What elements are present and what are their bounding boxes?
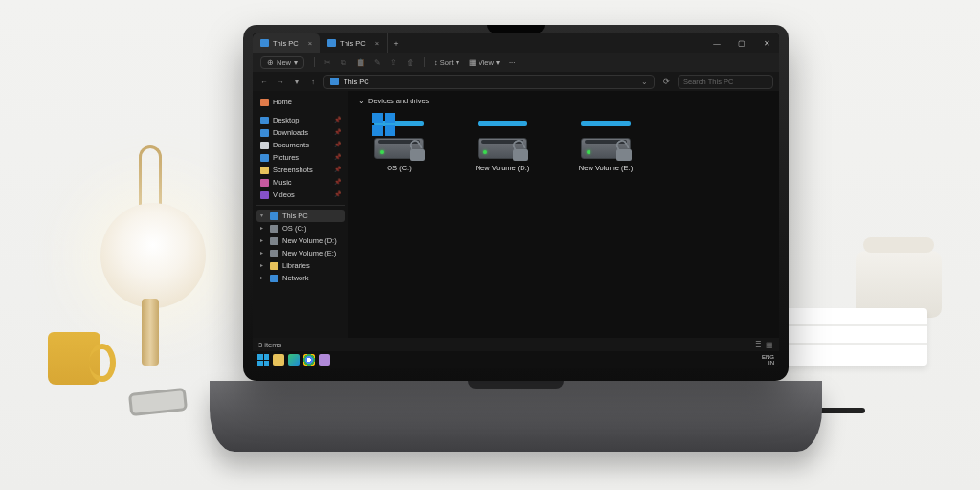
sidebar: Home Desktop📌Downloads📌Documents📌Picture… (253, 91, 348, 351)
chevron-down-icon[interactable]: ▾ (260, 212, 266, 219)
folder-icon (260, 142, 269, 149)
status-bar: 3 items ≣ ▦ (253, 338, 779, 351)
folder-icon (260, 154, 269, 162)
taskbar-app-icon[interactable] (319, 354, 330, 366)
search-input[interactable]: Search This PC (678, 75, 773, 89)
sidebar-item-drive[interactable]: ▸New Volume (E:) (256, 247, 345, 259)
more-button[interactable]: ··· (509, 58, 515, 67)
tab-label: This PC (340, 39, 366, 48)
tab-label: This PC (273, 39, 299, 48)
details-view-icon[interactable]: ≣ (755, 341, 762, 349)
unlocked-padlock-icon (613, 140, 635, 161)
start-button[interactable] (257, 354, 269, 366)
sidebar-item-documents[interactable]: Documents📌 (256, 139, 345, 151)
forward-button[interactable]: → (275, 78, 286, 86)
new-label: New (277, 58, 291, 67)
folder-icon (260, 129, 269, 137)
tab-this-pc-1[interactable]: This PC × (253, 33, 320, 53)
cut-icon[interactable]: ✂ (324, 58, 331, 67)
icons-view-icon[interactable]: ▦ (766, 341, 773, 349)
chevron-down-icon[interactable]: ⌄ (641, 78, 648, 86)
address-row: ← → ▾ ↑ This PC ⌄ ⟳ Search This PC (253, 72, 779, 91)
folder-icon (260, 167, 269, 174)
windows-logo-icon (372, 113, 395, 136)
pin-icon: 📌 (334, 179, 341, 186)
breadcrumb[interactable]: This PC ⌄ (323, 75, 655, 89)
chevron-right-icon[interactable]: ▸ (260, 275, 266, 281)
chevron-right-icon[interactable]: ▸ (260, 225, 266, 232)
chevron-down-icon: ▾ (294, 58, 298, 67)
pin-icon: 📌 (334, 191, 341, 198)
view-button[interactable]: ▦ View ▾ (469, 58, 500, 67)
pin-icon: 📌 (334, 167, 341, 173)
copy-icon[interactable]: ⧉ (341, 58, 346, 67)
pc-icon (327, 39, 336, 47)
sidebar-item-libraries[interactable]: ▸ Libraries (256, 259, 345, 272)
chevron-right-icon[interactable]: ▸ (260, 250, 266, 256)
taskbar: ENG IN (253, 351, 779, 368)
maximize-button[interactable]: ▢ (729, 39, 754, 48)
minimize-button[interactable]: — (704, 39, 729, 48)
paste-icon[interactable]: 📋 (356, 58, 365, 67)
refresh-button[interactable]: ⟳ (659, 78, 673, 86)
sidebar-item-pictures[interactable]: Pictures📌 (256, 151, 345, 164)
network-icon (270, 275, 278, 282)
sidebar-item-this-pc[interactable]: ▾ This PC (256, 210, 345, 222)
drive-icon (270, 225, 278, 233)
screen: This PC × This PC × ＋ — ▢ ✕ ⊕ (253, 33, 779, 368)
new-button[interactable]: ⊕ New ▾ (260, 56, 304, 69)
desk-lamp (86, 145, 211, 366)
chevron-right-icon[interactable]: ▸ (260, 262, 266, 269)
taskbar-chrome-icon[interactable] (303, 354, 315, 366)
folder-icon (260, 191, 269, 199)
content-pane: ⌄ Devices and drives OS (C:)New Volume (… (348, 91, 779, 351)
taskbar-edge-icon[interactable] (288, 354, 300, 366)
tab-this-pc-2[interactable]: This PC × (320, 33, 388, 53)
sidebar-item-desktop[interactable]: Desktop📌 (256, 114, 345, 126)
desk-books (774, 308, 927, 366)
drive-tile[interactable]: OS (C:) (364, 115, 434, 172)
pin-icon: 📌 (334, 117, 341, 123)
drive-label: OS (C:) (387, 164, 411, 172)
drive-tile[interactable]: New Volume (D:) (467, 115, 538, 172)
drive-icon (476, 115, 529, 159)
unlocked-padlock-icon (510, 140, 531, 161)
chevron-down-icon: ▾ (456, 58, 459, 67)
up-button[interactable]: ↑ (307, 78, 319, 86)
pc-icon (270, 212, 278, 220)
sidebar-item-videos[interactable]: Videos📌 (256, 189, 345, 201)
home-icon (260, 99, 269, 106)
view-icon: ▦ (469, 58, 477, 67)
recent-dropdown-icon[interactable]: ▾ (291, 78, 302, 86)
sidebar-item-drive[interactable]: ▸New Volume (D:) (256, 234, 345, 247)
chevron-right-icon[interactable]: ▸ (260, 237, 266, 244)
drive-icon (270, 250, 278, 257)
delete-icon[interactable]: 🗑 (407, 58, 414, 67)
new-tab-button[interactable]: ＋ (388, 39, 405, 48)
drive-label: New Volume (D:) (476, 164, 530, 172)
sidebar-item-screenshots[interactable]: Screenshots📌 (256, 164, 345, 176)
taskbar-language[interactable]: ENG IN (762, 354, 774, 366)
pin-icon: 📌 (334, 154, 341, 161)
close-button[interactable]: ✕ (754, 39, 779, 48)
sidebar-item-downloads[interactable]: Downloads📌 (256, 126, 345, 139)
back-button[interactable]: ← (258, 78, 270, 86)
sidebar-item-network[interactable]: ▸ Network (256, 272, 345, 284)
rename-icon[interactable]: ✎ (374, 58, 381, 67)
group-header[interactable]: ⌄ Devices and drives (358, 97, 769, 105)
taskbar-explorer-icon[interactable] (273, 354, 284, 366)
share-icon[interactable]: ⇪ (390, 58, 397, 67)
sidebar-item-home[interactable]: Home (256, 96, 345, 108)
close-tab-icon[interactable]: × (375, 39, 379, 48)
sidebar-item-drive[interactable]: ▸OS (C:) (256, 222, 345, 234)
item-count: 3 items (258, 341, 281, 349)
drive-icon (270, 237, 278, 245)
close-tab-icon[interactable]: × (308, 39, 312, 48)
command-toolbar: ⊕ New ▾ ✂ ⧉ 📋 ✎ ⇪ 🗑 ↕ Sort ▾ ▦ (253, 53, 779, 72)
drive-tile[interactable]: New Volume (E:) (570, 115, 641, 172)
drive-icon (579, 115, 633, 159)
desk-clip (128, 388, 188, 416)
sort-button[interactable]: ↕ Sort ▾ (434, 58, 459, 67)
sidebar-item-music[interactable]: Music📌 (256, 176, 345, 189)
drive-icon (372, 115, 426, 159)
